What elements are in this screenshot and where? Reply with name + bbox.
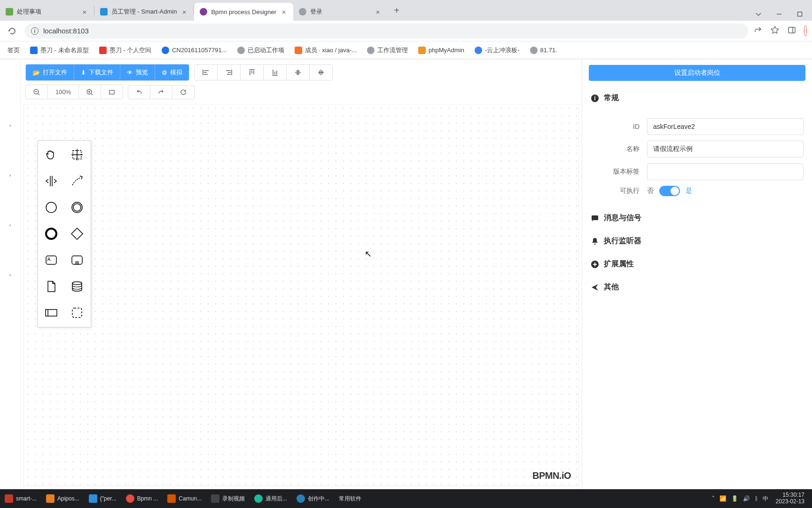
bookmark-item[interactable]: 墨刀 - 个人空间 xyxy=(95,44,156,56)
tray-battery-icon[interactable]: 🔋 xyxy=(731,495,738,502)
align-button-group xyxy=(194,64,333,80)
browser-tab[interactable]: 登录 × xyxy=(293,3,387,21)
side-panel-icon[interactable] xyxy=(788,26,796,36)
simulate-button[interactable]: ⚙模拟 xyxy=(155,64,189,80)
id-input[interactable] xyxy=(647,118,804,135)
field-version: 版本标签 xyxy=(591,163,804,180)
chevron-down-icon[interactable] xyxy=(752,8,765,21)
reload-icon[interactable] xyxy=(6,24,19,38)
tab-title: 员工管理 - Smart-Admin xyxy=(111,8,177,16)
share-icon[interactable] xyxy=(754,26,762,36)
name-input[interactable] xyxy=(647,141,804,158)
properties-panel: 设置启动者岗位 i 常规 ID 名称 版本标签 可执行 否 xyxy=(582,59,812,489)
tray-volume-icon[interactable]: 🔊 xyxy=(743,495,750,502)
bookmark-item[interactable]: phpMyAdmin xyxy=(414,45,468,56)
browser-tab-active[interactable]: Bpmn process Designer × xyxy=(194,3,293,21)
chevron-right-icon[interactable]: › xyxy=(6,170,15,180)
version-input[interactable] xyxy=(647,163,804,180)
data-store-tool[interactable] xyxy=(64,273,90,300)
taskbar-item[interactable]: Camun... xyxy=(163,489,206,508)
taskbar-item[interactable]: 通用后... xyxy=(250,489,292,508)
bookmark-item[interactable]: 成员 · xiao / java-... xyxy=(291,44,361,56)
download-file-button[interactable]: ⬇下载文件 xyxy=(74,64,120,80)
cursor-icon: ↖ xyxy=(365,249,372,259)
section-listener[interactable]: 执行监听器 xyxy=(582,230,812,253)
site-info-icon[interactable]: i xyxy=(31,27,39,35)
chevron-right-icon[interactable]: › xyxy=(6,120,15,130)
app-icon xyxy=(254,494,263,503)
align-top-button[interactable] xyxy=(241,65,264,80)
tray-network-icon[interactable]: 📶 xyxy=(719,495,726,502)
taskbar-item[interactable]: 常用软件 xyxy=(334,489,366,508)
bookmark-item[interactable]: -云上冲浪板- xyxy=(471,44,523,56)
close-icon[interactable]: × xyxy=(180,8,188,16)
align-center-h-button[interactable] xyxy=(287,65,310,80)
clock[interactable]: 15:30:17 2023-02-13 xyxy=(773,492,807,505)
tab-title: 登录 xyxy=(310,8,370,16)
profile-avatar[interactable] xyxy=(804,27,806,35)
url-input[interactable]: i localhost:8103 xyxy=(24,24,748,39)
chevron-right-icon[interactable]: › xyxy=(6,220,15,230)
redo-button[interactable] xyxy=(150,86,172,99)
set-starter-role-button[interactable]: 设置启动者岗位 xyxy=(589,65,805,81)
bookmark-star-icon[interactable] xyxy=(771,26,779,36)
end-event-tool[interactable] xyxy=(39,221,64,247)
app-icon xyxy=(126,494,134,503)
taskbar-item[interactable]: 创作中... xyxy=(292,489,334,508)
undo-button[interactable] xyxy=(128,86,150,99)
taskbar-item[interactable]: smart-... xyxy=(0,489,41,508)
tray-bluetooth-icon[interactable]: ᛒ xyxy=(755,495,758,502)
bookmark-item[interactable]: CN201611057791... xyxy=(158,45,230,56)
section-other[interactable]: 其他 xyxy=(582,276,812,299)
data-object-tool[interactable] xyxy=(39,273,64,300)
field-executable: 可执行 否 是 xyxy=(591,186,804,196)
close-icon[interactable]: × xyxy=(374,8,382,16)
zoom-in-button[interactable] xyxy=(79,85,101,99)
bookmark-item[interactable]: 已启动工作项 xyxy=(234,44,288,56)
tab-title: 处理事项 xyxy=(17,8,77,16)
executable-switch[interactable] xyxy=(659,186,680,196)
bookmark-item[interactable]: 工作流管理 xyxy=(363,44,412,56)
subprocess-tool[interactable] xyxy=(64,247,90,273)
group-tool[interactable] xyxy=(64,300,90,326)
close-icon[interactable]: × xyxy=(81,8,88,16)
align-left-button[interactable] xyxy=(195,65,218,80)
open-file-button[interactable]: 📂打开文件 xyxy=(26,64,74,80)
new-tab-button[interactable]: + xyxy=(389,3,404,18)
zoom-fit-button[interactable] xyxy=(101,85,123,99)
chevron-right-icon[interactable]: › xyxy=(6,270,15,279)
align-center-v-button[interactable] xyxy=(310,65,332,80)
gateway-tool[interactable] xyxy=(64,221,90,247)
browser-tab[interactable]: 处理事项 × xyxy=(0,3,94,21)
bookmark-item[interactable]: 墨刀 - 未命名原型 xyxy=(26,44,93,56)
start-event-tool[interactable] xyxy=(39,194,64,221)
intermediate-event-tool[interactable] xyxy=(64,194,90,221)
align-bottom-button[interactable] xyxy=(264,65,287,80)
close-icon[interactable]: × xyxy=(280,8,288,16)
svg-point-20 xyxy=(46,229,56,239)
section-message-signal[interactable]: 消息与信号 xyxy=(582,206,812,230)
section-general[interactable]: i 常规 xyxy=(582,87,812,110)
tray-chevron-up-icon[interactable]: ˄ xyxy=(712,495,715,502)
canvas[interactable]: 人事部门审核 X 修改请假申请 ↖ BPMN.iO xyxy=(23,104,579,486)
preview-button[interactable]: 👁预览 xyxy=(120,64,155,80)
ime-indicator[interactable]: 中 xyxy=(763,495,768,503)
taskbar-item[interactable]: Bpmn ... xyxy=(121,489,163,508)
svg-point-17 xyxy=(46,202,56,213)
bookmark-item[interactable]: 81.71. xyxy=(526,45,561,56)
maximize-icon[interactable] xyxy=(793,8,806,21)
user-task-tool[interactable] xyxy=(39,247,64,273)
participant-tool[interactable] xyxy=(39,300,64,326)
minimize-icon[interactable] xyxy=(773,8,786,21)
refresh-button[interactable] xyxy=(172,86,194,99)
taskbar-item[interactable]: Apipos... xyxy=(41,489,84,508)
bookmark-item[interactable]: 签页 xyxy=(4,44,23,56)
browser-tab[interactable]: 员工管理 - Smart-Admin × xyxy=(94,3,194,21)
zoom-out-button[interactable] xyxy=(26,85,48,99)
bpmn-diagram[interactable]: 人事部门审核 X 修改请假申请 xyxy=(24,104,165,175)
taskbar-item[interactable]: 录制视频 xyxy=(206,489,250,508)
svg-rect-30 xyxy=(72,308,82,318)
align-right-button[interactable] xyxy=(218,65,241,80)
section-extension[interactable]: 扩展属性 xyxy=(582,253,812,276)
taskbar-item[interactable]: {"per... xyxy=(84,489,121,508)
